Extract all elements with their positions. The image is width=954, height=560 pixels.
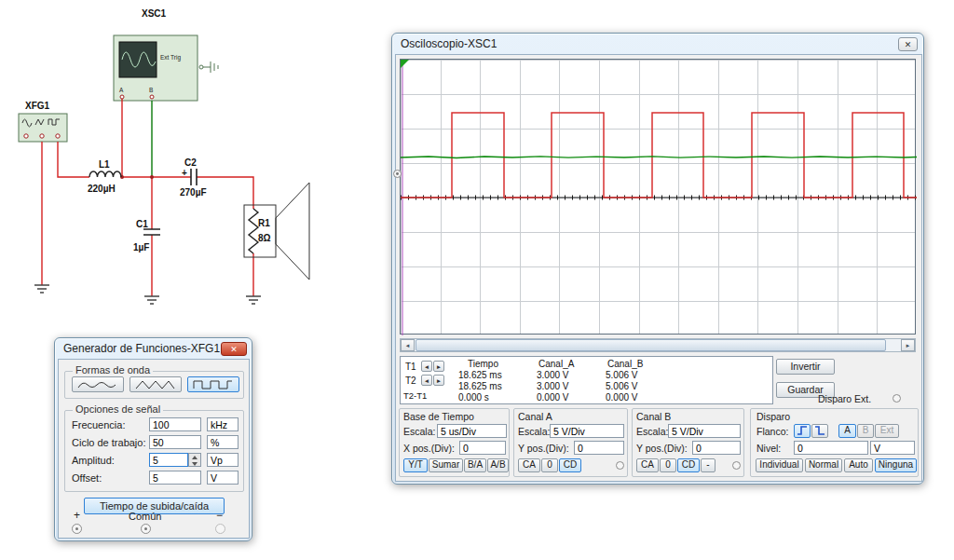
rising-edge-button[interactable] bbox=[794, 424, 811, 438]
duty-cycle-unit[interactable]: % bbox=[207, 435, 238, 449]
channel-b-dc-button[interactable]: CD bbox=[677, 458, 700, 472]
channel-b-zero-button[interactable]: 0 bbox=[660, 458, 676, 472]
channel-a-ypos-value[interactable]: 0 bbox=[574, 441, 624, 455]
ground-symbol-c1[interactable] bbox=[144, 296, 159, 304]
channel-marker[interactable] bbox=[393, 170, 402, 178]
channel-a-zero-button[interactable]: 0 bbox=[541, 458, 558, 472]
scope-horizontal-scrollbar[interactable]: ◄ ► bbox=[400, 338, 916, 352]
channel-a-scale-value[interactable]: 5 V/Div bbox=[550, 424, 624, 438]
function-generator-symbol[interactable] bbox=[19, 114, 67, 142]
t1-next-button[interactable]: ► bbox=[433, 361, 444, 372]
trigger-marker-icon[interactable] bbox=[401, 60, 409, 68]
frequency-unit[interactable]: kHz bbox=[207, 417, 238, 431]
oscilloscope-symbol[interactable]: Ext Trig A B bbox=[114, 35, 218, 101]
ba-mode-button[interactable]: B/A bbox=[464, 458, 486, 472]
amplitude-unit[interactable]: Vp bbox=[207, 453, 238, 467]
trigger-group: Disparo Flanco: A B Ext Nivel: 0 V Indiv… bbox=[750, 408, 919, 477]
ext-trigger-terminal[interactable] bbox=[893, 394, 901, 403]
square-wave-button[interactable] bbox=[187, 376, 239, 392]
channel-a-terminal-indicator[interactable] bbox=[616, 461, 624, 470]
channel-b-title: Canal B bbox=[636, 411, 671, 422]
trigger-source-b-button[interactable]: B bbox=[857, 424, 874, 438]
amplitude-input[interactable]: 5 bbox=[149, 453, 188, 467]
offset-input[interactable]: 5 bbox=[149, 471, 201, 485]
add-mode-button[interactable]: Sumar bbox=[429, 458, 463, 472]
frequency-input[interactable]: 100 bbox=[149, 417, 201, 431]
channel-b-terminal-indicator[interactable] bbox=[732, 461, 741, 470]
ext-trig-stub-icon bbox=[203, 61, 218, 73]
r1-value-label: 8Ω bbox=[258, 233, 271, 243]
trigger-edge-label: Flanco: bbox=[756, 426, 788, 437]
trigger-source-a-button[interactable]: A bbox=[838, 424, 856, 438]
common-terminal[interactable] bbox=[141, 524, 151, 534]
timebase-xpos-value[interactable]: 0 bbox=[459, 441, 506, 455]
channel-a-scale-label: Escala: bbox=[518, 426, 550, 437]
t1-prev-button[interactable]: ◄ bbox=[421, 361, 432, 372]
resistor-r1[interactable]: R1 8Ω bbox=[244, 205, 276, 257]
ext-trig-label: Ext Trig bbox=[160, 54, 181, 61]
offset-unit[interactable]: V bbox=[207, 471, 238, 485]
spinner-down-icon[interactable] bbox=[189, 460, 200, 467]
channel-b-scale-label: Escala: bbox=[636, 426, 668, 437]
channel-b-minus-button[interactable]: - bbox=[701, 458, 716, 472]
scope-titlebar[interactable]: Osciloscopio-XSC1 bbox=[392, 34, 923, 54]
plus-terminal[interactable] bbox=[72, 524, 82, 534]
circuit-canvas: XSC1 XFG1 Ext Trig A B bbox=[0, 0, 391, 335]
trigger-single-button[interactable]: Individual bbox=[756, 458, 803, 472]
fgen-plus-terminal[interactable] bbox=[24, 134, 28, 138]
duty-cycle-input[interactable]: 50 bbox=[149, 435, 201, 449]
sine-wave-button[interactable] bbox=[72, 376, 124, 392]
delta-channel-a-value: 0.000 V bbox=[537, 392, 568, 403]
fgen-close-button[interactable]: ✕ bbox=[221, 342, 247, 356]
fgen-minus-terminal[interactable] bbox=[56, 134, 60, 138]
delta-channel-b-value: 0.000 V bbox=[606, 392, 637, 403]
channel-a-dc-button[interactable]: CD bbox=[559, 458, 581, 472]
invert-button[interactable]: Invertir bbox=[776, 359, 835, 375]
t2-next-button[interactable]: ► bbox=[433, 375, 444, 386]
r1-ref-label: R1 bbox=[258, 218, 270, 228]
trigger-level-label: Nivel: bbox=[756, 443, 781, 454]
triangle-wave-button[interactable] bbox=[129, 376, 182, 392]
trigger-level-value[interactable]: 0 bbox=[794, 441, 868, 455]
scope-terminal-a[interactable] bbox=[120, 95, 124, 99]
fgen-common-terminal[interactable] bbox=[40, 134, 44, 138]
offset-label: Offset: bbox=[72, 472, 102, 484]
square-wave-icon bbox=[192, 379, 235, 390]
t2-channel-b-value: 5.006 V bbox=[606, 381, 637, 391]
ground-symbol-fgen[interactable] bbox=[34, 285, 49, 293]
scroll-left-button[interactable]: ◄ bbox=[401, 339, 415, 351]
channel-b-ypos-value[interactable]: 0 bbox=[692, 441, 741, 455]
trigger-none-button[interactable]: Ninguna bbox=[875, 458, 917, 472]
channel-b-ac-button[interactable]: CA bbox=[636, 458, 659, 472]
channel-b-scale-value[interactable]: 5 V/Div bbox=[668, 424, 741, 438]
trigger-source-ext-button[interactable]: Ext bbox=[875, 424, 899, 438]
wire-net[interactable] bbox=[42, 99, 253, 296]
oscilloscope-window[interactable]: Osciloscopio-XSC1 ✕ ◄ ► bbox=[391, 33, 924, 485]
falling-edge-button[interactable] bbox=[811, 424, 828, 438]
function-generator-window[interactable]: Generador de Funciones-XFG1 ✕ Formas de … bbox=[54, 337, 252, 541]
capacitor-c1[interactable]: C1 1µF bbox=[133, 219, 160, 253]
ab-mode-button[interactable]: A/B bbox=[487, 458, 509, 472]
scroll-right-button[interactable]: ► bbox=[901, 339, 915, 351]
scope-terminal-b[interactable] bbox=[150, 95, 154, 99]
t1-channel-b-value: 5.006 V bbox=[606, 370, 637, 380]
yt-mode-button[interactable]: Y/T bbox=[403, 458, 428, 472]
t1-time-value: 18.625 ms bbox=[458, 370, 502, 380]
wire-fgen-to-l1[interactable] bbox=[58, 142, 89, 177]
rising-edge-icon bbox=[797, 426, 808, 436]
ground-symbol-r1[interactable] bbox=[246, 296, 261, 304]
trigger-auto-button[interactable]: Auto bbox=[844, 458, 873, 472]
spinner-up-icon[interactable] bbox=[189, 454, 200, 460]
trigger-normal-button[interactable]: Normal bbox=[805, 458, 842, 472]
scrollbar-thumb[interactable] bbox=[416, 339, 886, 351]
scope-close-button[interactable]: ✕ bbox=[898, 37, 918, 51]
inductor-l1[interactable]: L1 220µH bbox=[88, 159, 121, 194]
minus-terminal[interactable] bbox=[215, 524, 225, 534]
t2-prev-button[interactable]: ◄ bbox=[421, 375, 432, 386]
arrow-left-icon: ◄ bbox=[424, 363, 429, 370]
trigger-level-unit[interactable]: V bbox=[870, 441, 915, 455]
speaker-cone-icon[interactable] bbox=[276, 183, 309, 280]
scope-ext-trig-terminal[interactable] bbox=[199, 65, 203, 69]
timebase-scale-value[interactable]: 5 us/Div bbox=[437, 424, 507, 438]
channel-a-ac-button[interactable]: CA bbox=[518, 458, 540, 472]
